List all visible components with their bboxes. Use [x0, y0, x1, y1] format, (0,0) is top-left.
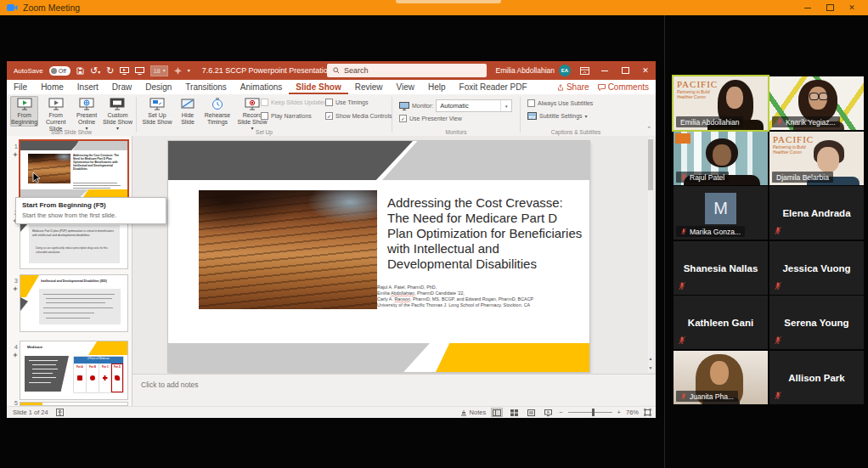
- thumbnail-slide-4[interactable]: Medicare 4 Parts of Medicare: [20, 341, 127, 399]
- redo-button[interactable]: ↻: [106, 66, 114, 76]
- avatar[interactable]: EA: [559, 65, 571, 76]
- share-button[interactable]: Share: [557, 82, 589, 92]
- participant-tile-juanita[interactable]: Juanita Pha...: [674, 351, 768, 404]
- hide-slide-icon: [180, 98, 195, 110]
- ribbon-display-options-icon[interactable]: [580, 67, 589, 75]
- slide-title[interactable]: Addressing the Cost Crevasse: The Need f…: [387, 195, 583, 272]
- thumbnail-slide-1[interactable]: Addressing the Cost Crevasse: The Need f…: [20, 141, 127, 197]
- monitor-select[interactable]: Automatic▾: [436, 99, 512, 112]
- rehearse-timings-button[interactable]: Rehearse Timings: [201, 96, 234, 127]
- participant-tile-shanesia[interactable]: Shanesia Nallas: [674, 241, 768, 295]
- ribbon-tabs: File Home Insert Draw Design Transitions…: [7, 80, 656, 94]
- slide-authors[interactable]: Rajul A. Patel, PharmD, PhD, Emilia Abdo…: [377, 284, 581, 331]
- save-icon[interactable]: [76, 67, 84, 75]
- slide-thumbnail-pane[interactable]: 1 2 3 4 5 Addressing the Cost Crevasse: …: [7, 136, 132, 406]
- custom-slide-show-button[interactable]: Custom Slide Show▾: [102, 96, 133, 132]
- meeting-controls-strip[interactable]: [396, 0, 501, 3]
- muted-mic-icon: [776, 118, 783, 126]
- tab-review[interactable]: Review: [348, 80, 390, 94]
- play-narrations-checkbox[interactable]: Play Narrations: [261, 112, 327, 120]
- slide-canvas[interactable]: Addressing the Cost Crevasse: The Need f…: [168, 141, 589, 372]
- tab-home[interactable]: Home: [34, 80, 70, 94]
- tab-insert[interactable]: Insert: [70, 80, 105, 94]
- participant-tile-allison[interactable]: Allison Park: [769, 351, 864, 404]
- group-captions-subtitles: Always Use Subtitles Subtitle Settings▾ …: [521, 94, 631, 136]
- slide-sorter-view-button[interactable]: [508, 408, 520, 417]
- set-up-slide-show-button[interactable]: Set Up Slide Show: [140, 96, 174, 127]
- slide-photo[interactable]: [199, 190, 377, 309]
- zoom-out-button[interactable]: −: [559, 409, 562, 416]
- thumbnail-slide-5[interactable]: [20, 403, 127, 405]
- account-area[interactable]: Emilia Abdollahian EA: [496, 61, 589, 80]
- zoom-slider-thumb[interactable]: [592, 409, 595, 416]
- quick-style-dropdown[interactable]: [174, 67, 182, 75]
- maximize-button[interactable]: [819, 1, 841, 14]
- minimize-button[interactable]: [797, 1, 819, 14]
- animation-star-icon[interactable]: [13, 352, 18, 358]
- fit-slide-icon[interactable]: [644, 409, 651, 416]
- participant-tile-jessica[interactable]: Jessica Vuong: [769, 241, 864, 295]
- tab-file[interactable]: File: [7, 80, 34, 94]
- work-area: 1 2 3 4 5 Addressing the Cost Crevasse: …: [7, 136, 656, 406]
- scrollbar-thumb[interactable]: [648, 139, 653, 190]
- from-beginning-button[interactable]: From Beginning: [10, 96, 38, 127]
- tab-view[interactable]: View: [389, 80, 421, 94]
- participant-tile-emilia[interactable]: PACIFIC Partnering to BuildHealthier Com…: [674, 76, 768, 130]
- tab-animations[interactable]: Animations: [234, 80, 289, 94]
- close-button[interactable]: ✕: [841, 1, 863, 14]
- zoom-slider[interactable]: [568, 412, 612, 413]
- ppt-minimize-button[interactable]: [595, 61, 615, 80]
- tab-design[interactable]: Design: [138, 80, 178, 94]
- start-slideshow-icon[interactable]: [120, 67, 129, 75]
- zoom-level[interactable]: 76%: [626, 409, 639, 416]
- participant-tile-kathleen[interactable]: Kathleen Gani: [674, 296, 768, 349]
- participant-tile-elena[interactable]: Elena Andrada: [769, 186, 864, 240]
- reading-view-button[interactable]: [525, 408, 537, 417]
- show-media-controls-checkbox[interactable]: ✓Show Media Controls: [325, 112, 392, 120]
- notes-icon: [460, 409, 467, 416]
- tab-transitions[interactable]: Transitions: [178, 80, 234, 94]
- customize-qat-chevron[interactable]: ▾: [188, 68, 190, 73]
- participant-tile-rajul[interactable]: Rajul Patel: [674, 132, 768, 185]
- slide-show-view-button[interactable]: [542, 408, 554, 417]
- participant-tile-serena[interactable]: Serena Young: [769, 296, 864, 349]
- tab-help[interactable]: Help: [421, 80, 453, 94]
- group-set-up: Set Up Slide Show Hide Slide Rehearse Ti…: [137, 94, 392, 136]
- search-input[interactable]: Search: [327, 64, 487, 77]
- thumbnail-slide-3[interactable]: Intellectual and Developmental Disabilit…: [20, 275, 127, 331]
- muted-mic-icon: [680, 173, 687, 181]
- participant-tile-djamila[interactable]: PACIFIC Partnering to BuildHealthier Com…: [769, 132, 864, 185]
- ppt-close-button[interactable]: ✕: [635, 61, 656, 80]
- present-online-button[interactable]: Present Online▾: [73, 96, 100, 132]
- tab-slide-show[interactable]: Slide Show: [289, 80, 347, 94]
- previous-slide-button[interactable]: ▲: [646, 353, 655, 363]
- tab-draw[interactable]: Draw: [105, 80, 138, 94]
- use-timings-checkbox[interactable]: Use Timings: [325, 99, 392, 106]
- normal-view-button[interactable]: [491, 408, 503, 417]
- tab-foxit-reader-pdf[interactable]: Foxit Reader PDF: [453, 80, 534, 94]
- participant-tile-marika[interactable]: M Marika Gonza...: [674, 186, 768, 240]
- slide-scrollbar[interactable]: ▲ ▼: [646, 138, 655, 372]
- subtitle-settings-button[interactable]: Subtitle Settings▾: [527, 112, 588, 120]
- panel-divider: [664, 15, 665, 468]
- notes-toggle-button[interactable]: Notes: [460, 409, 487, 416]
- next-slide-button[interactable]: ▼: [646, 363, 655, 372]
- notes-pane[interactable]: Click to add notes: [132, 374, 656, 407]
- ppt-restore-button[interactable]: [615, 61, 635, 80]
- always-use-subtitles-checkbox[interactable]: Always Use Subtitles: [527, 99, 593, 107]
- use-presenter-view-checkbox[interactable]: ✓Use Presenter View: [399, 115, 462, 122]
- thumb2-body: Medicare Part D plan (PDP) optimization …: [32, 228, 116, 237]
- animation-star-icon[interactable]: [13, 286, 18, 291]
- present-icon-dropdown[interactable]: [135, 67, 144, 75]
- hide-slide-button[interactable]: Hide Slide: [176, 96, 200, 127]
- from-current-slide-button[interactable]: From Current Slide: [40, 96, 71, 133]
- autosave-toggle[interactable]: Off: [49, 66, 70, 76]
- notes-placeholder[interactable]: Click to add notes: [141, 381, 656, 389]
- undo-button[interactable]: ↺▾: [90, 66, 100, 76]
- participant-tile-knarik[interactable]: Knarik Yegiaz...: [769, 76, 864, 130]
- zoom-in-button[interactable]: +: [617, 409, 621, 416]
- animation-star-icon[interactable]: [13, 152, 18, 157]
- collapse-ribbon-chevron[interactable]: ⌃: [646, 126, 651, 133]
- comments-button[interactable]: Comments: [598, 82, 649, 92]
- accessibility-icon[interactable]: [56, 409, 64, 416]
